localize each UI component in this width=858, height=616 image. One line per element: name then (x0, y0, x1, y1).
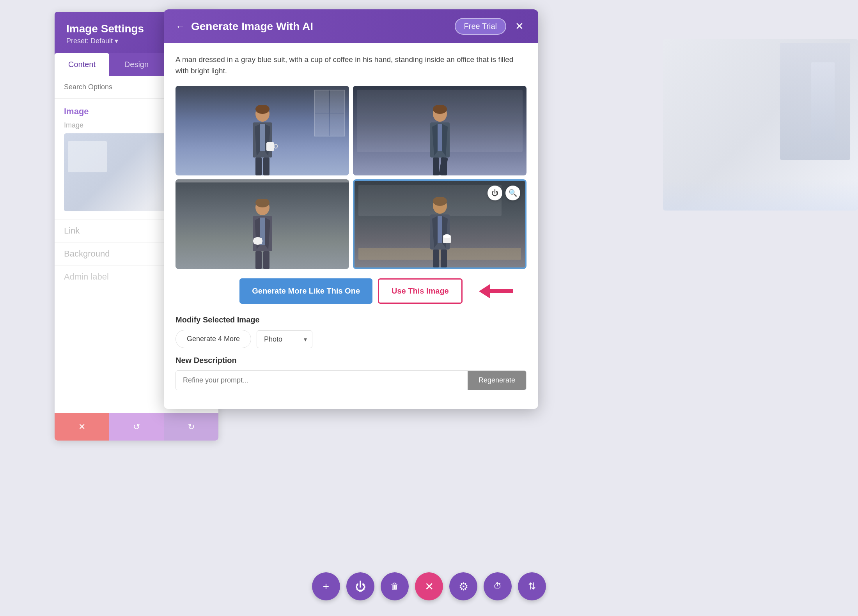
new-description-input[interactable] (176, 371, 468, 390)
tab-content[interactable]: Content (55, 53, 109, 76)
new-description-input-row: Regenerate (176, 370, 526, 390)
generate-image-modal: ← Generate Image With AI Free Trial ✕ A … (164, 9, 538, 409)
person-svg-2 (420, 105, 459, 175)
modal-header: ← Generate Image With AI Free Trial ✕ (164, 9, 538, 43)
svg-rect-26 (254, 238, 262, 244)
modal-title: Generate Image With AI (191, 20, 313, 33)
sidebar-preset[interactable]: Preset: Default ▾ (66, 37, 144, 45)
image-zoom-button[interactable]: 🔍 (505, 186, 520, 200)
person-svg-4 (420, 197, 459, 267)
bottom-toolbar: + ⏻ 🗑 ✕ ⚙ ⏱ ⇅ (312, 572, 546, 600)
modify-controls: Generate 4 More Photo Illustration Paint… (176, 330, 526, 348)
arrow-indicator (479, 284, 513, 298)
figure-4 (355, 197, 525, 267)
svg-rect-32 (438, 216, 442, 243)
sidebar-bottom-toolbar: ✕ ↺ ↻ (55, 413, 218, 441)
svg-rect-13 (438, 124, 442, 151)
image-grid: ⏻ 🔍 (176, 86, 526, 269)
modal-body: A man dressed in a gray blue suit, with … (164, 43, 538, 409)
modal-header-left: ← Generate Image With AI (176, 20, 313, 33)
image-cell-2[interactable] (353, 86, 526, 175)
image-overlay-icons: ⏻ 🔍 (488, 186, 520, 200)
image-cell-4[interactable]: ⏻ 🔍 (353, 179, 526, 269)
cancel-button[interactable]: ✕ (55, 413, 109, 441)
generate4-button[interactable]: Generate 4 More (176, 330, 251, 348)
sidebar-header-text: Image Settings Preset: Default ▾ (66, 23, 144, 45)
bg-building-2 (811, 62, 835, 140)
back-icon[interactable]: ← (176, 21, 185, 32)
tab-design[interactable]: Design (109, 53, 164, 76)
svg-rect-7 (274, 144, 277, 148)
style-select[interactable]: Photo Illustration Painting Sketch (257, 330, 312, 348)
sidebar-title: Image Settings (66, 23, 144, 35)
svg-rect-9 (263, 158, 269, 175)
figure-2 (353, 105, 526, 175)
modal-close-button[interactable]: ✕ (512, 19, 526, 34)
toolbar-history-button[interactable]: ⏱ (484, 572, 512, 600)
svg-rect-16 (433, 158, 439, 175)
person-svg-1 (243, 105, 282, 175)
action-buttons-container: Generate More Like This One Use This Ima… (176, 278, 526, 304)
image-power-button[interactable]: ⏻ (488, 186, 502, 200)
toolbar-delete-button[interactable]: 🗑 (381, 572, 409, 600)
arrow-head (479, 284, 490, 298)
regenerate-button[interactable]: Regenerate (468, 371, 526, 390)
figure-1 (176, 105, 349, 175)
bg-image-area (663, 39, 858, 211)
figure-3 (176, 199, 349, 269)
modify-title: Modify Selected Image (176, 315, 526, 324)
use-this-image-button[interactable]: Use This Image (378, 278, 463, 304)
new-description-title: New Description (176, 356, 526, 365)
modify-section: Modify Selected Image Generate 4 More Ph… (176, 315, 526, 348)
person-svg-3 (243, 199, 282, 269)
free-trial-badge[interactable]: Free Trial (455, 18, 506, 35)
svg-rect-8 (255, 158, 262, 175)
svg-rect-6 (266, 142, 274, 151)
toolbar-add-button[interactable]: + (312, 572, 340, 600)
office-scene-1 (176, 86, 349, 175)
svg-rect-38 (441, 250, 447, 267)
style-select-wrapper: Photo Illustration Painting Sketch (257, 330, 312, 348)
svg-rect-27 (255, 251, 262, 269)
svg-rect-3 (260, 124, 265, 151)
image-cell-3[interactable] (176, 179, 349, 269)
modal-header-right: Free Trial ✕ (455, 18, 526, 35)
ceiling-light-3 (176, 179, 349, 182)
office-scene-2 (353, 86, 526, 175)
generate-more-button[interactable]: Generate More Like This One (239, 278, 372, 304)
action-buttons-wrapper: Generate More Like This One Use This Ima… (239, 278, 462, 304)
toolbar-settings-button[interactable]: ⚙ (449, 572, 477, 600)
office-scene-3 (176, 179, 349, 269)
svg-rect-28 (263, 251, 269, 269)
bg-floor (663, 179, 858, 211)
image-cell-1[interactable] (176, 86, 349, 175)
svg-point-36 (443, 234, 451, 238)
modal-description: A man dressed in a gray blue suit, with … (176, 54, 526, 76)
redo-button[interactable]: ↻ (164, 413, 218, 441)
arrow-body (490, 289, 513, 293)
undo-button[interactable]: ↺ (109, 413, 164, 441)
toolbar-power-button[interactable]: ⏻ (346, 572, 374, 600)
new-description-section: New Description Regenerate (176, 356, 526, 390)
preview-decoration (68, 141, 107, 172)
toolbar-layout-button[interactable]: ⇅ (518, 572, 546, 600)
svg-rect-37 (433, 250, 439, 267)
toolbar-close-button[interactable]: ✕ (415, 572, 443, 600)
